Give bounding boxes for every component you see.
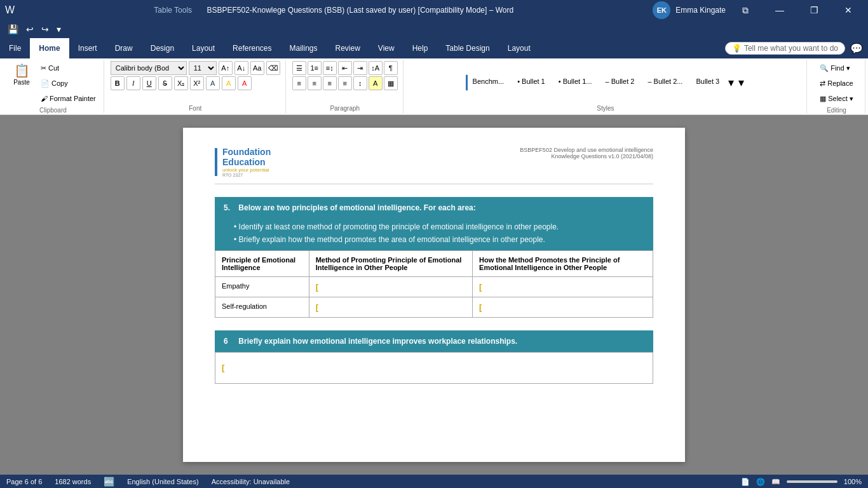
align-right-btn[interactable]: ≡ bbox=[323, 76, 337, 90]
q5-text: Below are two principles of emotional in… bbox=[238, 203, 475, 212]
tell-me-bar[interactable]: 💡 Tell me what you want to do bbox=[725, 42, 845, 55]
editing-label: Editing bbox=[827, 105, 846, 114]
window-restore-btn[interactable]: ⧉ bbox=[731, 0, 760, 20]
find-button[interactable]: 🔍 Find ▾ bbox=[817, 61, 856, 75]
q6-answer[interactable]: [ bbox=[215, 352, 653, 384]
style-bullet2b[interactable]: – Bullet 2... bbox=[642, 74, 688, 91]
document-page[interactable]: Foundation Education unlock your potenti… bbox=[183, 128, 685, 462]
font-label: Font bbox=[189, 104, 201, 112]
tab-view[interactable]: View bbox=[369, 38, 403, 58]
tab-home[interactable]: Home bbox=[30, 38, 69, 58]
tab-mailings[interactable]: Mailings bbox=[280, 38, 326, 58]
save-btn[interactable]: 💾 bbox=[5, 23, 21, 36]
tab-layout[interactable]: Layout bbox=[183, 38, 224, 58]
col3-header: How the Method Promotes the Principle of… bbox=[473, 251, 653, 277]
numbering-btn[interactable]: 1≡ bbox=[308, 61, 322, 75]
view-read-icon[interactable]: 📖 bbox=[771, 478, 780, 486]
select-dropdown-icon: ▾ bbox=[850, 95, 853, 103]
change-case-btn[interactable]: Aa bbox=[250, 61, 264, 75]
find-dropdown-icon: ▾ bbox=[846, 64, 850, 72]
logo-year: RTO 2327 bbox=[222, 173, 271, 177]
align-center-btn[interactable]: ≡ bbox=[308, 76, 322, 90]
view-web-icon[interactable]: 🌐 bbox=[756, 478, 765, 486]
comments-icon[interactable]: 💬 bbox=[850, 43, 863, 55]
superscript-btn[interactable]: X² bbox=[190, 76, 204, 90]
para-row-2: ≡ ≡ ≡ ≡ ↕ A ▦ bbox=[292, 76, 398, 90]
question-5-block: 5. Below are two principles of emotional… bbox=[215, 197, 653, 318]
col2-header: Method of Promoting Principle of Emotion… bbox=[309, 251, 472, 277]
format-painter-button[interactable]: 🖌 Format Painter bbox=[38, 92, 98, 105]
select-label: Select bbox=[828, 95, 848, 102]
font-shrink-btn[interactable]: A↓ bbox=[234, 61, 248, 75]
tab-table-design[interactable]: Table Design bbox=[437, 38, 498, 58]
minimize-btn[interactable]: — bbox=[765, 0, 794, 20]
row2-how[interactable]: [ bbox=[473, 297, 653, 318]
styles-more[interactable]: ▾ bbox=[737, 74, 745, 91]
cut-button[interactable]: ✂ Cut bbox=[38, 61, 98, 75]
font-grow-btn[interactable]: A↑ bbox=[219, 61, 233, 75]
font-size-select[interactable]: 11 bbox=[189, 61, 217, 75]
style-bullet3[interactable]: Bullet 3 bbox=[690, 74, 725, 91]
text-effects-btn[interactable]: A bbox=[206, 76, 220, 90]
borders-btn[interactable]: ▦ bbox=[384, 76, 398, 90]
user-avatar[interactable]: EK bbox=[653, 1, 670, 19]
tab-file[interactable]: File bbox=[0, 38, 30, 58]
redo-btn[interactable]: ↪ bbox=[39, 23, 51, 36]
italic-btn[interactable]: I bbox=[126, 76, 140, 90]
maximize-btn[interactable]: ❐ bbox=[799, 0, 829, 20]
logo-line2: Education bbox=[222, 157, 271, 167]
tab-draw[interactable]: Draw bbox=[106, 38, 142, 58]
justify-btn[interactable]: ≡ bbox=[338, 76, 352, 90]
tab-design[interactable]: Design bbox=[142, 38, 183, 58]
strikethrough-btn[interactable]: S̶ bbox=[158, 76, 172, 90]
decrease-indent-btn[interactable]: ⇤ bbox=[338, 61, 352, 75]
styles-scroll-down[interactable]: ▾ bbox=[727, 74, 735, 91]
para-row-1: ☰ 1≡ ≡↕ ⇤ ⇥ ↕A ¶ bbox=[292, 61, 398, 75]
word-icon: W bbox=[5, 4, 15, 16]
increase-indent-btn[interactable]: ⇥ bbox=[353, 61, 367, 75]
close-btn[interactable]: ✕ bbox=[834, 0, 863, 20]
copy-button[interactable]: 📄 Copy bbox=[38, 76, 98, 90]
underline-btn[interactable]: U bbox=[142, 76, 156, 90]
styles-list: Benchm... • Bullet 1 • Bullet 1... – Bul… bbox=[466, 74, 746, 91]
row2-method[interactable]: [ bbox=[309, 297, 472, 318]
paste-label: Paste bbox=[13, 79, 30, 86]
tab-references[interactable]: References bbox=[224, 38, 280, 58]
paste-button[interactable]: 📋 Paste bbox=[8, 61, 36, 88]
zoom-slider[interactable] bbox=[787, 480, 837, 483]
select-button[interactable]: ▦ Select ▾ bbox=[817, 92, 856, 105]
tab-table-layout[interactable]: Layout bbox=[499, 38, 539, 58]
styles-group: Benchm... • Bullet 1 • Bullet 1... – Bul… bbox=[405, 60, 807, 113]
view-print-icon[interactable]: 📄 bbox=[741, 478, 750, 486]
row1-method[interactable]: [ bbox=[309, 277, 472, 297]
clear-format-btn[interactable]: ⌫ bbox=[266, 61, 280, 75]
qa-dropdown[interactable]: ▾ bbox=[54, 23, 64, 36]
font-color-btn[interactable]: A bbox=[238, 76, 252, 90]
copy-icon: 📄 bbox=[41, 79, 50, 88]
font-name-select[interactable]: Calibri body (Bod bbox=[111, 61, 187, 75]
show-marks-btn[interactable]: ¶ bbox=[384, 61, 398, 75]
paste-icon: 📋 bbox=[14, 63, 30, 78]
text-highlight-btn[interactable]: A bbox=[222, 76, 236, 90]
row1-how[interactable]: [ bbox=[473, 277, 653, 297]
bullets-btn[interactable]: ☰ bbox=[292, 61, 306, 75]
style-bullet1[interactable]: • Bullet 1 bbox=[512, 74, 551, 91]
sort-btn[interactable]: ↕A bbox=[369, 61, 383, 75]
shading-btn[interactable]: A bbox=[369, 76, 383, 90]
align-left-btn[interactable]: ≡ bbox=[292, 76, 306, 90]
multilevel-btn[interactable]: ≡↕ bbox=[323, 61, 337, 75]
copy-label: Copy bbox=[51, 79, 68, 87]
style-bullet1b[interactable]: • Bullet 1... bbox=[553, 74, 598, 91]
tab-review[interactable]: Review bbox=[327, 38, 369, 58]
style-benchm[interactable]: Benchm... bbox=[466, 74, 510, 91]
replace-button[interactable]: ⇄ Replace bbox=[817, 76, 856, 90]
undo-btn[interactable]: ↩ bbox=[24, 23, 36, 36]
tab-insert[interactable]: Insert bbox=[69, 38, 106, 58]
tab-help[interactable]: Help bbox=[403, 38, 437, 58]
subscript-btn[interactable]: X₂ bbox=[174, 76, 188, 90]
line-spacing-btn[interactable]: ↕ bbox=[353, 76, 367, 90]
style-bullet2[interactable]: – Bullet 2 bbox=[600, 74, 641, 91]
clipboard-sub-buttons: ✂ Cut 📄 Copy 🖌 Format Painter bbox=[38, 61, 98, 105]
bold-btn[interactable]: B bbox=[111, 76, 125, 90]
logo-area: Foundation Education unlock your potenti… bbox=[215, 147, 271, 177]
